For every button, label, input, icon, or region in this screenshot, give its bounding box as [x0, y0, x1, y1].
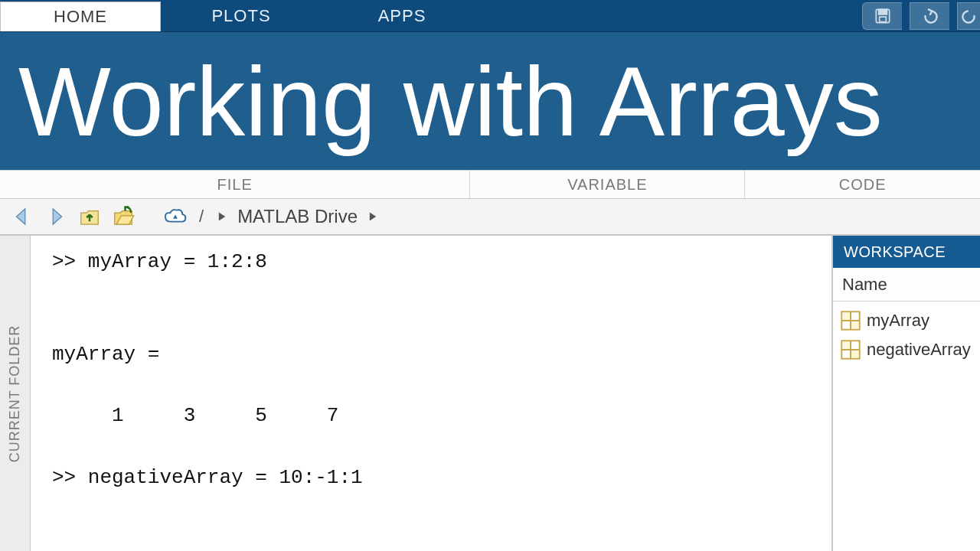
workspace-column-name[interactable]: Name	[833, 268, 980, 302]
tab-apps[interactable]: APPS	[322, 0, 482, 31]
workspace-variable-list: myArray negativeArray	[833, 302, 980, 369]
group-variable: VARIABLE	[470, 171, 745, 198]
title-banner: Working with Arrays	[0, 32, 980, 170]
quick-access-toolbar	[862, 0, 980, 31]
svg-rect-11	[843, 342, 850, 349]
chevron-right-icon[interactable]	[214, 209, 230, 224]
svg-rect-12	[851, 350, 858, 357]
workspace-variable[interactable]: myArray	[839, 306, 974, 335]
back-icon[interactable]	[9, 204, 35, 230]
tab-plots[interactable]: PLOTS	[161, 0, 322, 31]
path-folder[interactable]: MATLAB Drive	[237, 206, 358, 227]
group-file: FILE	[0, 171, 470, 198]
svg-rect-1	[878, 9, 887, 14]
svg-rect-6	[843, 313, 850, 320]
matrix-icon	[841, 340, 861, 360]
page-title: Working with Arrays	[18, 45, 883, 158]
main-content: CURRENT FOLDER >> myArray = 1:2:8 myArra…	[0, 236, 980, 551]
workspace-panel: WORKSPACE Name myArray	[833, 236, 980, 551]
workspace-variable-name: negativeArray	[867, 340, 971, 360]
forward-icon[interactable]	[43, 204, 69, 230]
browse-folder-icon[interactable]	[110, 204, 136, 230]
address-bar: / MATLAB Drive	[0, 199, 980, 236]
tab-home[interactable]: HOME	[0, 2, 161, 31]
workspace-header: WORKSPACE	[833, 236, 980, 268]
toolstrip-groups: FILE VARIABLE CODE	[0, 170, 980, 199]
toolstrip-tabs: HOME PLOTS APPS	[0, 0, 980, 32]
chevron-right-icon[interactable]	[365, 209, 381, 224]
cloud-icon[interactable]	[162, 204, 188, 230]
command-window[interactable]: >> myArray = 1:2:8 myArray = 1 3 5 7 >> …	[31, 236, 833, 551]
redo-icon[interactable]	[957, 2, 980, 30]
group-code: CODE	[745, 171, 980, 198]
up-folder-icon[interactable]	[77, 204, 103, 230]
workspace-variable[interactable]: negativeArray	[839, 335, 974, 364]
workspace-variable-name: myArray	[867, 311, 929, 331]
save-icon[interactable]	[862, 2, 902, 30]
current-folder-label: CURRENT FOLDER	[7, 324, 23, 462]
matrix-icon	[841, 311, 861, 331]
current-folder-panel-collapsed[interactable]: CURRENT FOLDER	[0, 236, 31, 551]
path-separator: /	[196, 207, 207, 227]
undo-icon[interactable]	[910, 2, 949, 30]
svg-rect-7	[851, 321, 858, 328]
